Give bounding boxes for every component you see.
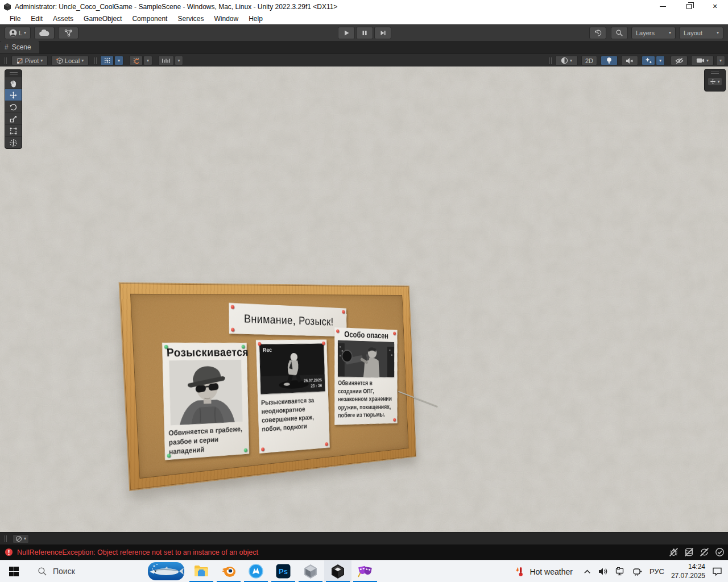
- debugger-disabled-icon[interactable]: [669, 547, 679, 557]
- cache-server-disabled-icon[interactable]: [684, 547, 694, 557]
- audio-toggle[interactable]: [621, 56, 638, 65]
- toolbar-drag-handle[interactable]: [94, 57, 97, 64]
- fish-widget-button[interactable]: [144, 560, 188, 582]
- blender-button[interactable]: [215, 560, 242, 582]
- effects-toggle[interactable]: [642, 56, 655, 65]
- chevron-down-icon: ▾: [24, 31, 26, 35]
- menu-file[interactable]: File: [5, 13, 26, 25]
- snap-settings-dropdown[interactable]: ▾: [143, 56, 152, 65]
- pivot-label: Pivot: [25, 57, 39, 64]
- scale-tool-button[interactable]: [5, 113, 22, 124]
- toolbar-drag-handle[interactable]: [549, 57, 552, 64]
- board-header-note: Внимание, Розыск!: [229, 303, 346, 337]
- restore-button[interactable]: [676, 0, 702, 13]
- menu-help[interactable]: Help: [243, 13, 268, 25]
- wanted-poster-right: Особо опасен Обв: [334, 327, 397, 425]
- grid-settings-dropdown[interactable]: ▾: [114, 56, 123, 65]
- scene-camera-overlay-dropdown[interactable]: ▾: [13, 534, 29, 543]
- notification-center-icon[interactable]: [712, 567, 722, 576]
- menu-services[interactable]: Services: [172, 13, 209, 25]
- pause-button[interactable]: [356, 27, 373, 39]
- pivot-dropdown[interactable]: Pivot ▾: [11, 56, 48, 65]
- effects-stars-icon: [645, 57, 652, 64]
- auto-refresh-disabled-icon[interactable]: [700, 547, 709, 557]
- title-bar: Administrator: Uncle_Coco_CoolGame - Sam…: [0, 0, 728, 13]
- menu-window[interactable]: Window: [209, 13, 243, 25]
- unity-editor-icon: [330, 564, 345, 579]
- console-error-entry[interactable]: NullReferenceException: Object reference…: [0, 548, 258, 556]
- menu-edit[interactable]: Edit: [26, 13, 48, 25]
- minimize-button[interactable]: [650, 0, 676, 13]
- weather-widget[interactable]: Hot weather: [510, 566, 576, 577]
- toolbar-drag-handle[interactable]: [5, 57, 7, 64]
- orientation-gizmo-dropdown[interactable]: ▾: [708, 78, 721, 85]
- taskbar-search[interactable]: Поиск: [27, 560, 83, 582]
- increment-snap-dropdown[interactable]: ▾: [175, 56, 183, 65]
- move-axes-icon: [710, 78, 716, 85]
- grid-visibility-toggle[interactable]: [100, 56, 114, 65]
- error-icon: [5, 548, 13, 556]
- overlay-drag-handle[interactable]: [5, 535, 7, 542]
- wolf-app-button[interactable]: [242, 560, 270, 582]
- light-bulb-icon: [606, 57, 613, 64]
- move-tool-button[interactable]: [5, 89, 22, 101]
- tray-expand-chevron[interactable]: [583, 568, 592, 575]
- overlay-drag-handle[interactable]: [711, 69, 719, 76]
- unity-hub-button[interactable]: [297, 560, 324, 582]
- clock[interactable]: 14:24 27.07.2025: [671, 563, 705, 580]
- masks-app-button[interactable]: [351, 560, 379, 582]
- layout-dropdown[interactable]: Layout ▾: [679, 27, 723, 39]
- menu-assets[interactable]: Assets: [48, 13, 78, 25]
- menu-gameobject[interactable]: GameObject: [78, 13, 127, 25]
- photoshop-label: Ps: [279, 567, 288, 576]
- camera-settings-dropdown[interactable]: ▾: [691, 56, 714, 65]
- unity-editor-button[interactable]: [324, 560, 351, 582]
- language-indicator[interactable]: РУС: [650, 567, 664, 576]
- volume-icon[interactable]: [598, 567, 609, 576]
- step-button[interactable]: [374, 27, 391, 39]
- menu-component[interactable]: Component: [127, 13, 172, 25]
- 2d-toggle[interactable]: 2D: [581, 56, 597, 65]
- shaded-sphere-icon: [561, 57, 568, 64]
- photoshop-button[interactable]: Ps: [270, 560, 297, 582]
- local-label: Local: [65, 57, 80, 64]
- undo-history-button[interactable]: [589, 27, 606, 39]
- gizmos-dropdown[interactable]: ▾: [716, 56, 725, 65]
- search-button[interactable]: [611, 27, 628, 39]
- increment-snap-button[interactable]: [158, 56, 174, 65]
- network-icon[interactable]: [615, 567, 626, 576]
- scene-grid-icon: #: [5, 43, 9, 51]
- play-button[interactable]: [338, 27, 355, 39]
- layers-dropdown[interactable]: Layers ▾: [631, 27, 676, 39]
- effects-dropdown[interactable]: ▾: [656, 56, 665, 65]
- start-button[interactable]: [0, 560, 27, 582]
- version-control-button[interactable]: [58, 27, 78, 39]
- snap-toggle[interactable]: [129, 56, 143, 65]
- pin-icon: [231, 305, 234, 309]
- pin-icon: [244, 448, 247, 452]
- progress-check-icon[interactable]: [715, 547, 725, 557]
- wanted-poster-left: Розыскивается: [162, 343, 249, 460]
- view-tool-button[interactable]: [5, 77, 22, 89]
- scene-visibility-toggle[interactable]: [671, 56, 688, 65]
- scene-viewport[interactable]: ▾ Внимани: [0, 66, 728, 532]
- lighting-toggle[interactable]: [601, 56, 618, 65]
- local-dropdown[interactable]: Local ▾: [51, 56, 89, 65]
- move-icon: [9, 91, 18, 99]
- capture-icon[interactable]: [632, 567, 643, 576]
- chevron-down-icon: ▾: [24, 537, 26, 541]
- close-button[interactable]: ✕: [702, 0, 728, 13]
- transform-tool-button[interactable]: [5, 136, 22, 148]
- pin-icon: [393, 418, 396, 422]
- shading-mode-dropdown[interactable]: ▾: [555, 56, 578, 65]
- chevron-down-icon: ▾: [717, 31, 719, 35]
- file-explorer-button[interactable]: [188, 560, 215, 582]
- rect-tool-button[interactable]: [5, 124, 22, 136]
- tab-scene[interactable]: # Scene: [0, 41, 39, 53]
- account-button[interactable]: L ▾: [5, 27, 31, 39]
- pin-icon: [322, 342, 325, 345]
- cloud-button[interactable]: [34, 27, 55, 39]
- overlay-drag-handle[interactable]: [5, 70, 22, 77]
- snap-grid-icon: [133, 57, 140, 64]
- rotate-tool-button[interactable]: [5, 101, 22, 113]
